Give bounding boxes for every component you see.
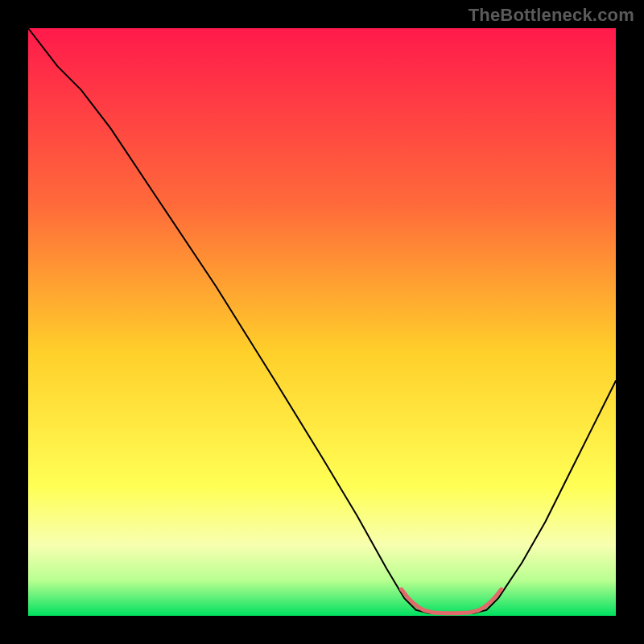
watermark-text: TheBottleneck.com xyxy=(469,5,634,26)
chart-canvas xyxy=(0,0,644,644)
chart-frame: TheBottleneck.com xyxy=(0,0,644,644)
plot-background xyxy=(28,28,616,616)
